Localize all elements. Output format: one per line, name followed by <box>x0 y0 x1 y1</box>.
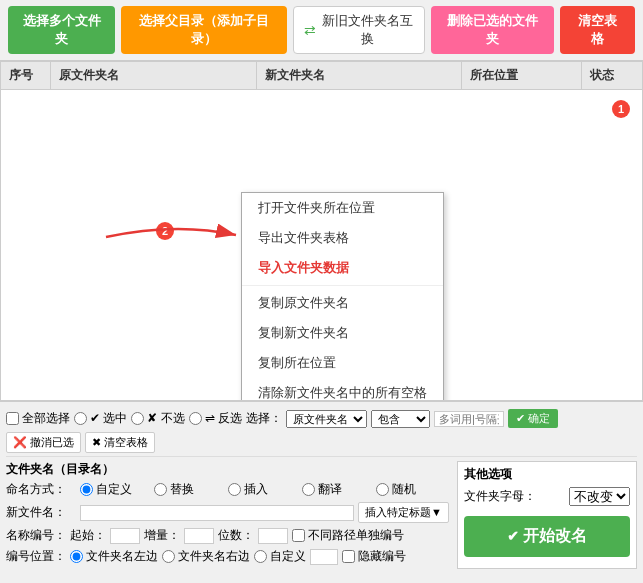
reverse-radio[interactable] <box>189 412 202 425</box>
serial-number-row: 名称编号： 起始： 1 增量： 1 位数： 1 不同路径单独编号 <box>6 527 449 544</box>
name-method-label: 命名方式： <box>6 481 76 498</box>
deselect-label[interactable]: ✘ 不选 <box>131 410 184 427</box>
other-options-panel: 其他选项 文件夹字母： 不改变 全大写 全小写 ✔ 开始改名 <box>457 461 637 569</box>
digits-label: 位数： <box>218 527 254 544</box>
delete-done-button[interactable]: 删除已选的文件夹 <box>431 6 554 54</box>
ctx-export[interactable]: 导出文件夹表格 <box>242 223 443 253</box>
select-all-label[interactable]: 全部选择 <box>6 410 70 427</box>
filter-bar: 全部选择 ✔ 选中 ✘ 不选 ⇌ 反选 选择： 原文件夹名 新文件夹名 所在位置… <box>6 406 637 457</box>
naming-panel: 文件夹名（目录名） 命名方式： 自定义 替换 插入 翻译 随机 新文件名： 插入… <box>6 461 449 569</box>
reverse-label[interactable]: ⇌ 反选 <box>189 410 242 427</box>
digits-input[interactable]: 1 <box>258 528 288 544</box>
position-row: 编号位置： 文件夹名左边 文件夹名右边 自定义 2 隐藏编号 <box>6 548 449 565</box>
ctx-import[interactable]: 导入文件夹数据 <box>242 253 443 283</box>
folder-char-row: 文件夹字母： 不改变 全大写 全小写 <box>464 487 630 506</box>
start-label: 起始： <box>70 527 106 544</box>
col-status: 状态 <box>582 62 642 89</box>
start-rename-button[interactable]: ✔ 开始改名 <box>464 516 630 557</box>
swap-icon: ⇄ <box>304 22 316 38</box>
hide-serial-checkbox[interactable] <box>342 550 355 563</box>
context-menu: 打开文件夹所在位置 导出文件夹表格 导入文件夹数据 复制原文件夹名 复制新文件夹… <box>241 192 444 401</box>
serial-label: 名称编号： <box>6 527 66 544</box>
new-name-input[interactable] <box>80 505 354 521</box>
other-options-title: 其他选项 <box>464 466 630 483</box>
table-header: 序号 原文件夹名 新文件夹名 所在位置 状态 <box>1 62 642 90</box>
toolbar: 选择多个文件夹 选择父目录（添加子目录） ⇄ 新旧文件夹名互换 删除已选的文件夹… <box>0 0 643 61</box>
diff-path-checkbox[interactable] <box>292 529 305 542</box>
clear-button[interactable]: 清空表格 <box>560 6 635 54</box>
select-files-button[interactable]: 选择多个文件夹 <box>8 6 115 54</box>
select-dir-button[interactable]: 选择父目录（添加子目录） <box>121 6 287 54</box>
name-method-group: 自定义 替换 插入 翻译 随机 <box>80 481 446 498</box>
new-name-label: 新文件名： <box>6 504 76 521</box>
select-custom-radio[interactable] <box>74 412 87 425</box>
naming-title: 文件夹名（目录名） <box>6 461 449 478</box>
filter-condition-select[interactable]: 包含 等于 开头是 结尾是 <box>371 410 430 428</box>
increment-input[interactable]: 1 <box>184 528 214 544</box>
select-custom-label[interactable]: ✔ 选中 <box>74 410 127 427</box>
filter-label: 选择： <box>246 410 282 427</box>
select-all-checkbox[interactable] <box>6 412 19 425</box>
insert-title-button[interactable]: 插入特定标题▼ <box>358 502 449 523</box>
ctx-copy-location[interactable]: 复制所在位置 <box>242 348 443 378</box>
col-new: 新文件夹名 <box>257 62 463 89</box>
deselect-radio[interactable] <box>131 412 144 425</box>
folder-char-select[interactable]: 不改变 全大写 全小写 <box>569 487 630 506</box>
col-location: 所在位置 <box>462 62 582 89</box>
diff-path-label: 不同路径单独编号 <box>308 527 404 544</box>
new-name-row: 新文件名： 插入特定标题▼ <box>6 502 449 523</box>
col-orig: 原文件夹名 <box>51 62 257 89</box>
start-input[interactable]: 1 <box>110 528 140 544</box>
custom-pos-input[interactable]: 2 <box>310 549 338 565</box>
increment-label: 增量： <box>144 527 180 544</box>
arrow-annotation <box>96 217 256 260</box>
badge-1: 1 <box>612 100 630 118</box>
confirm-button[interactable]: ✔ 确定 <box>508 409 558 428</box>
table-container: 序号 原文件夹名 新文件夹名 所在位置 状态 1 2 打开文件夹所在位置 导出文… <box>0 61 643 401</box>
ctx-open-location[interactable]: 打开文件夹所在位置 <box>242 193 443 223</box>
hide-serial-label: 隐藏编号 <box>358 548 406 565</box>
main-bottom: 文件夹名（目录名） 命名方式： 自定义 替换 插入 翻译 随机 新文件名： 插入… <box>6 457 637 569</box>
ctx-copy-new[interactable]: 复制新文件夹名 <box>242 318 443 348</box>
filter-field-select[interactable]: 原文件夹名 新文件夹名 所在位置 <box>286 410 367 428</box>
folder-char-label: 文件夹字母： <box>464 488 536 505</box>
ctx-divider <box>242 285 443 286</box>
cancel-selection-button[interactable]: ❌ 撤消已选 <box>6 432 81 453</box>
ctx-copy-orig[interactable]: 复制原文件夹名 <box>242 288 443 318</box>
swap-button[interactable]: ⇄ 新旧文件夹名互换 <box>293 6 424 54</box>
position-label: 编号位置： <box>6 548 66 565</box>
bottom-section: 全部选择 ✔ 选中 ✘ 不选 ⇌ 反选 选择： 原文件夹名 新文件夹名 所在位置… <box>0 401 643 573</box>
name-method-row: 命名方式： 自定义 替换 插入 翻译 随机 <box>6 481 449 498</box>
ctx-remove-spaces[interactable]: 清除新文件夹名中的所有空格 <box>242 378 443 401</box>
col-index: 序号 <box>1 62 51 89</box>
clear-table-button[interactable]: ✖ 清空表格 <box>85 432 155 453</box>
filter-input[interactable] <box>434 411 504 427</box>
